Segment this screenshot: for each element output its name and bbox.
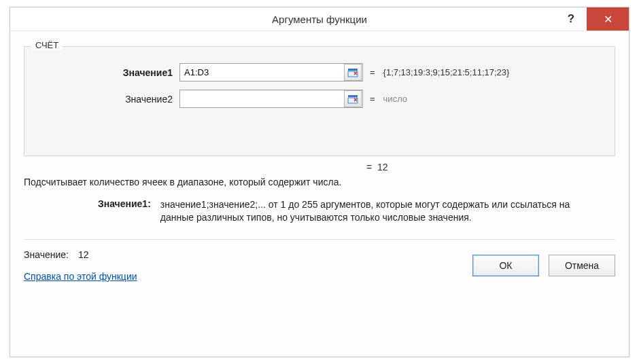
argument-evaluated: = число [370, 94, 407, 104]
argument-help: Значение1: значение1;значение2;... от 1 … [24, 198, 615, 224]
formula-result-inline: = 12 [366, 162, 615, 172]
argument-label: Значение2 [37, 94, 173, 105]
formula-result-value: 12 [78, 249, 89, 260]
argument-evaluated-placeholder: число [383, 94, 408, 104]
argument-help-label: Значение1: [24, 198, 151, 224]
help-button[interactable]: ? [555, 7, 587, 31]
argument-help-text: значение1;значение2;... от 1 до 255 аргу… [160, 198, 588, 224]
argument-row: Значение2 = [37, 90, 602, 108]
function-name: СЧЁТ [31, 40, 63, 50]
formula-result-label: Значение: [24, 249, 69, 260]
argument-input[interactable] [180, 94, 343, 104]
argument-input[interactable] [180, 67, 343, 77]
cancel-button[interactable]: Отмена [549, 255, 615, 276]
arguments-group: СЧЁТ Значение1 [24, 46, 615, 156]
argument-row: Значение1 = [37, 63, 602, 81]
argument-evaluated: = {1;7;13;19:3;9;15;21:5;11;17;23} [370, 67, 509, 77]
argument-input-wrap [179, 63, 363, 81]
ok-button[interactable]: ОК [472, 255, 539, 276]
dialog-title: Аргументы функции [272, 7, 367, 31]
svg-rect-1 [348, 69, 358, 71]
close-button[interactable]: ✕ [587, 7, 629, 31]
collapse-dialog-icon[interactable] [344, 64, 362, 81]
collapse-dialog-icon[interactable] [344, 90, 362, 107]
argument-input-wrap [179, 90, 363, 108]
svg-rect-4 [348, 95, 358, 97]
function-help-link[interactable]: Справка по этой функции [24, 271, 472, 282]
argument-label: Значение1 [37, 67, 173, 78]
function-arguments-dialog: Аргументы функции ? ✕ СЧЁТ Значение1 [10, 7, 629, 357]
titlebar: Аргументы функции ? ✕ [10, 7, 629, 31]
formula-result: Значение: 12 [24, 249, 472, 260]
dialog-footer: Значение: 12 Справка по этой функции ОК … [24, 249, 615, 282]
argument-evaluated-value: {1;7;13;19:3;9;15;21:5;11;17;23} [383, 67, 510, 77]
function-description: Подсчитывает количество ячеек в диапазон… [24, 177, 615, 187]
divider [24, 239, 615, 240]
